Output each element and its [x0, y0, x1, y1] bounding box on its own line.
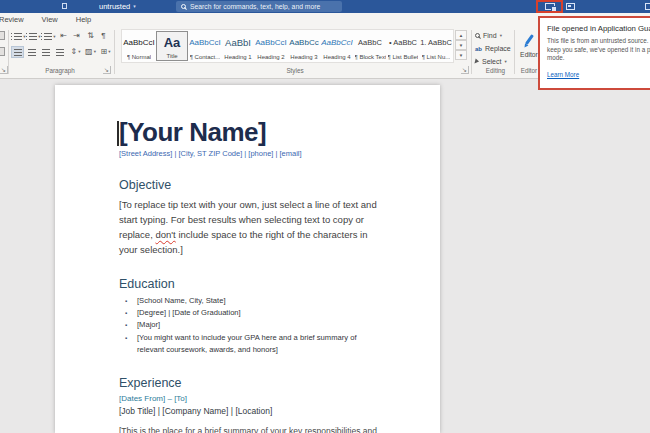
increase-indent-icon: ⇥	[73, 31, 80, 41]
find-button[interactable]: Find ▾	[475, 30, 502, 41]
word-application-window: untrusted ▾ Review View Help ↘ ▾ ▾	[0, 0, 650, 433]
objective-paragraph[interactable]: [To replace tip text with your own, just…	[119, 197, 382, 257]
style-heading-2[interactable]: AaBbCcI Heading 2	[255, 31, 287, 61]
shading-button[interactable]: ▨ ▾	[83, 46, 98, 58]
ribbon-display-options-icon[interactable]	[566, 3, 575, 10]
font-group-fragment-icon[interactable]	[0, 31, 5, 40]
select-button[interactable]: Select ▾	[475, 56, 507, 67]
align-right-button[interactable]	[39, 46, 52, 58]
show-paragraph-marks-button[interactable]: ¶	[97, 30, 110, 42]
align-left-icon	[14, 49, 22, 56]
font-group-fragment-icon[interactable]	[0, 47, 5, 56]
tab-help[interactable]: Help	[67, 13, 100, 27]
experience-dates[interactable]: [Dates From] – [To]	[119, 394, 382, 404]
align-center-icon	[28, 49, 36, 56]
save-icon[interactable]	[62, 3, 67, 9]
style-heading-1[interactable]: AaBbI Heading 1	[222, 31, 254, 61]
decrease-indent-button[interactable]: ⇤	[57, 30, 70, 42]
application-guard-highlight-box	[536, 0, 563, 13]
document-area: [Your Name] [Street Address] | [City, ST…	[0, 79, 650, 433]
line-spacing-button[interactable]: ⇕ ▾	[68, 46, 83, 58]
multilevel-list-button[interactable]: ▾	[41, 30, 56, 42]
justify-button[interactable]	[53, 46, 66, 58]
align-right-icon	[42, 49, 50, 56]
editor-pen-icon	[525, 34, 534, 45]
numbered-list-icon	[29, 33, 37, 40]
experience-heading[interactable]: Experience	[119, 376, 382, 390]
decrease-indent-icon: ⇤	[60, 31, 67, 41]
search-icon	[181, 4, 186, 9]
gallery-expand-button[interactable]: ▼	[455, 50, 467, 60]
tab-review[interactable]: Review	[0, 13, 33, 27]
bullet-list-button[interactable]: ▾	[11, 30, 26, 42]
borders-icon: ⊞	[101, 47, 108, 57]
resume-contact-line[interactable]: [Street Address] | [City, ST ZIP Code] |…	[119, 149, 382, 158]
paragraph-group-label: Paragraph	[30, 67, 90, 74]
styles-gallery-scroll: ▲ ▼ ▼	[455, 30, 467, 60]
numbered-list-button[interactable]: ▾	[26, 30, 41, 42]
list-item[interactable]: [School Name, City, State]	[125, 295, 382, 307]
chevron-down-icon: ▾	[133, 0, 136, 13]
styles-group-label: Styles	[260, 67, 330, 74]
find-icon	[475, 33, 480, 38]
minimize-icon[interactable]	[645, 3, 650, 10]
application-guard-popup: File opened in Application Guard This fi…	[538, 16, 650, 90]
objective-heading[interactable]: Objective	[119, 178, 382, 192]
multilevel-list-icon	[44, 33, 52, 40]
resume-name-placeholder[interactable]: [Your Name]	[119, 118, 382, 146]
gallery-scroll-up-button[interactable]: ▲	[455, 30, 467, 40]
justify-icon	[56, 49, 64, 56]
font-dialog-launcher-icon[interactable]: ↘	[0, 66, 8, 74]
learn-more-link[interactable]: Learn More	[547, 71, 579, 78]
replace-button[interactable]: ab Replace	[475, 43, 511, 54]
search-input[interactable]	[190, 3, 337, 10]
sort-button[interactable]: ⇅	[84, 30, 97, 42]
popup-title: File opened in Application Guard	[547, 24, 643, 33]
education-heading[interactable]: Education	[119, 277, 382, 291]
document-title-menu[interactable]: untrusted ▾	[99, 0, 136, 13]
document-title: untrusted	[99, 0, 130, 13]
style-list-number[interactable]: 1. AaBbC ¶ List Nu...	[420, 31, 452, 61]
style-block-text[interactable]: AaBbC ¶ Block Text	[354, 31, 386, 61]
increase-indent-button[interactable]: ⇥	[70, 30, 83, 42]
styles-gallery: AaBbCcI ¶ Normal Aa Title AaBbCcI ¶ Cont…	[121, 29, 454, 63]
tab-view[interactable]: View	[33, 13, 67, 27]
replace-icon: ab	[475, 46, 482, 52]
document-page[interactable]: [Your Name] [Street Address] | [City, ST…	[55, 85, 440, 433]
style-heading-4[interactable]: AaBbCcI Heading 4	[321, 31, 353, 61]
list-item[interactable]: [Degree] | [Date of Graduation]	[125, 307, 382, 319]
shading-icon: ▨	[85, 47, 93, 57]
education-bullet-list: [School Name, City, State] [Degree] | [D…	[119, 295, 382, 356]
sort-icon: ⇅	[87, 31, 94, 41]
experience-summary[interactable]: [This is the place for a brief summary o…	[119, 424, 382, 433]
align-left-button[interactable]	[11, 46, 24, 58]
borders-button[interactable]: ⊞ ▾	[98, 46, 113, 58]
list-item[interactable]: [You might want to include your GPA here…	[125, 332, 382, 356]
bullet-list-icon	[14, 33, 22, 40]
select-cursor-icon	[474, 59, 479, 65]
text-cursor	[117, 121, 119, 146]
line-spacing-icon: ⇕	[71, 47, 78, 57]
style-list-bullet[interactable]: • AaBbC ¶ List Bullet	[387, 31, 419, 61]
style-contact[interactable]: AaBbCcI ¶ Contact...	[189, 31, 221, 61]
align-center-button[interactable]	[25, 46, 38, 58]
list-item[interactable]: [Major]	[125, 319, 382, 331]
gallery-scroll-down-button[interactable]: ▼	[455, 40, 467, 50]
experience-job-title-line[interactable]: [Job Title] | [Company Name] | [Location…	[119, 406, 382, 417]
pilcrow-icon: ¶	[101, 31, 105, 41]
style-heading-3[interactable]: AaBbCc Heading 3	[288, 31, 320, 61]
style-title[interactable]: Aa Title	[156, 31, 188, 61]
search-box[interactable]	[176, 1, 342, 12]
popup-body: This file is from an untrusted source. T…	[547, 37, 643, 63]
paragraph-dialog-launcher-icon[interactable]: ↘	[103, 66, 111, 74]
spellcheck-flagged-word: don't	[155, 229, 175, 240]
style-normal[interactable]: AaBbCcI ¶ Normal	[123, 31, 155, 61]
